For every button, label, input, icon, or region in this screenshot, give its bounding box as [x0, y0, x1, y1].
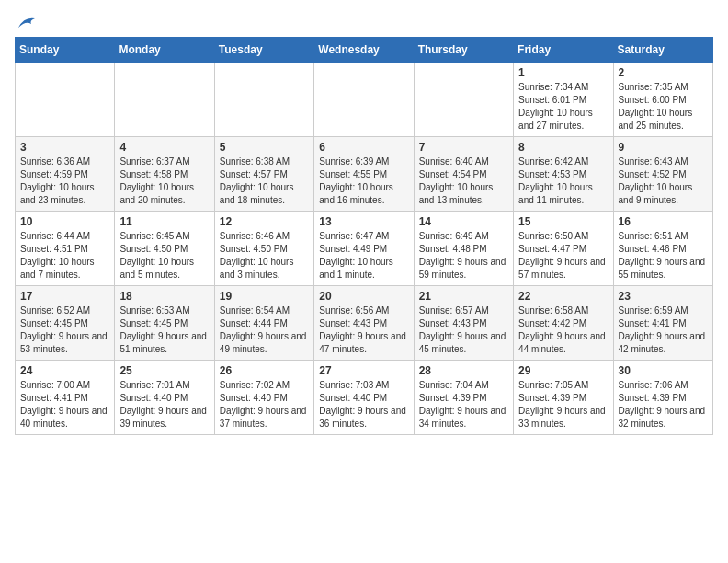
day-number: 10 [20, 215, 109, 228]
day-info: Sunrise: 6:59 AM Sunset: 4:41 PM Dayligh… [619, 304, 708, 356]
day-cell: 20Sunrise: 6:56 AM Sunset: 4:43 PM Dayli… [314, 286, 414, 361]
day-cell: 30Sunrise: 7:06 AM Sunset: 4:39 PM Dayli… [613, 361, 712, 435]
day-info: Sunrise: 6:54 AM Sunset: 4:44 PM Dayligh… [220, 304, 309, 356]
day-cell: 25Sunrise: 7:01 AM Sunset: 4:40 PM Dayli… [115, 361, 214, 435]
day-number: 2 [619, 66, 708, 79]
day-number: 3 [20, 141, 109, 154]
day-number: 15 [518, 215, 608, 228]
day-number: 30 [619, 364, 708, 377]
day-number: 25 [119, 364, 209, 377]
day-cell [414, 63, 513, 137]
day-cell: 24Sunrise: 7:00 AM Sunset: 4:41 PM Dayli… [16, 361, 115, 435]
day-info: Sunrise: 7:05 AM Sunset: 4:39 PM Dayligh… [518, 379, 608, 431]
day-cell [314, 63, 414, 137]
page-header [15, 15, 713, 28]
day-info: Sunrise: 6:36 AM Sunset: 4:59 PM Dayligh… [20, 155, 109, 207]
day-cell: 22Sunrise: 6:58 AM Sunset: 4:42 PM Dayli… [514, 286, 613, 361]
day-cell: 9Sunrise: 6:43 AM Sunset: 4:52 PM Daylig… [613, 137, 712, 212]
day-info: Sunrise: 7:01 AM Sunset: 4:40 PM Dayligh… [119, 379, 209, 431]
day-info: Sunrise: 6:46 AM Sunset: 4:50 PM Dayligh… [220, 230, 309, 282]
day-cell: 14Sunrise: 6:49 AM Sunset: 4:48 PM Dayli… [414, 212, 513, 286]
day-number: 19 [220, 290, 309, 303]
day-number: 5 [220, 141, 309, 154]
day-cell: 19Sunrise: 6:54 AM Sunset: 4:44 PM Dayli… [214, 286, 313, 361]
day-cell: 17Sunrise: 6:52 AM Sunset: 4:45 PM Dayli… [16, 286, 115, 361]
column-header-monday: Monday [115, 38, 214, 63]
day-cell: 5Sunrise: 6:38 AM Sunset: 4:57 PM Daylig… [214, 137, 313, 212]
column-header-friday: Friday [514, 38, 613, 63]
calendar-table: SundayMondayTuesdayWednesdayThursdayFrid… [15, 37, 713, 435]
day-info: Sunrise: 7:35 AM Sunset: 6:00 PM Dayligh… [619, 81, 708, 132]
column-header-wednesday: Wednesday [314, 38, 414, 63]
day-cell: 15Sunrise: 6:50 AM Sunset: 4:47 PM Dayli… [514, 212, 613, 286]
column-header-thursday: Thursday [414, 38, 513, 63]
column-header-saturday: Saturday [613, 38, 712, 63]
week-row-2: 3Sunrise: 6:36 AM Sunset: 4:59 PM Daylig… [16, 137, 713, 212]
day-info: Sunrise: 6:51 AM Sunset: 4:46 PM Dayligh… [619, 230, 708, 282]
day-cell: 10Sunrise: 6:44 AM Sunset: 4:51 PM Dayli… [16, 212, 115, 286]
week-row-3: 10Sunrise: 6:44 AM Sunset: 4:51 PM Dayli… [16, 212, 713, 286]
day-info: Sunrise: 6:53 AM Sunset: 4:45 PM Dayligh… [119, 304, 209, 356]
day-number: 28 [419, 364, 508, 377]
day-cell: 6Sunrise: 6:39 AM Sunset: 4:55 PM Daylig… [314, 137, 414, 212]
day-info: Sunrise: 6:42 AM Sunset: 4:53 PM Dayligh… [518, 155, 608, 207]
day-number: 22 [518, 290, 608, 303]
day-cell: 1Sunrise: 7:34 AM Sunset: 6:01 PM Daylig… [514, 63, 613, 137]
day-number: 12 [220, 215, 309, 228]
week-row-5: 24Sunrise: 7:00 AM Sunset: 4:41 PM Dayli… [16, 361, 713, 435]
day-info: Sunrise: 6:45 AM Sunset: 4:50 PM Dayligh… [119, 230, 209, 282]
day-info: Sunrise: 6:39 AM Sunset: 4:55 PM Dayligh… [319, 155, 408, 207]
day-number: 29 [518, 364, 608, 377]
day-info: Sunrise: 6:57 AM Sunset: 4:43 PM Dayligh… [419, 304, 508, 356]
logo-bird-icon [17, 15, 37, 29]
day-info: Sunrise: 6:47 AM Sunset: 4:49 PM Dayligh… [319, 230, 408, 282]
column-header-tuesday: Tuesday [214, 38, 313, 63]
day-number: 17 [20, 290, 109, 303]
day-number: 4 [119, 141, 209, 154]
day-cell: 11Sunrise: 6:45 AM Sunset: 4:50 PM Dayli… [115, 212, 214, 286]
day-number: 7 [419, 141, 508, 154]
day-number: 11 [119, 215, 209, 228]
day-info: Sunrise: 7:04 AM Sunset: 4:39 PM Dayligh… [419, 379, 508, 431]
day-cell: 18Sunrise: 6:53 AM Sunset: 4:45 PM Dayli… [115, 286, 214, 361]
day-number: 27 [319, 364, 408, 377]
day-cell: 29Sunrise: 7:05 AM Sunset: 4:39 PM Dayli… [514, 361, 613, 435]
column-header-sunday: Sunday [16, 38, 115, 63]
day-number: 16 [619, 215, 708, 228]
day-info: Sunrise: 7:03 AM Sunset: 4:40 PM Dayligh… [319, 379, 408, 431]
day-info: Sunrise: 6:44 AM Sunset: 4:51 PM Dayligh… [20, 230, 109, 282]
day-info: Sunrise: 6:52 AM Sunset: 4:45 PM Dayligh… [20, 304, 109, 356]
day-number: 26 [220, 364, 309, 377]
day-number: 18 [119, 290, 209, 303]
day-number: 23 [619, 290, 708, 303]
day-cell: 13Sunrise: 6:47 AM Sunset: 4:49 PM Dayli… [314, 212, 414, 286]
day-info: Sunrise: 6:58 AM Sunset: 4:42 PM Dayligh… [518, 304, 608, 356]
day-cell: 3Sunrise: 6:36 AM Sunset: 4:59 PM Daylig… [16, 137, 115, 212]
day-cell [214, 63, 313, 137]
day-info: Sunrise: 6:49 AM Sunset: 4:48 PM Dayligh… [419, 230, 508, 282]
day-number: 20 [319, 290, 408, 303]
day-cell: 12Sunrise: 6:46 AM Sunset: 4:50 PM Dayli… [214, 212, 313, 286]
day-cell: 27Sunrise: 7:03 AM Sunset: 4:40 PM Dayli… [314, 361, 414, 435]
week-row-1: 1Sunrise: 7:34 AM Sunset: 6:01 PM Daylig… [16, 63, 713, 137]
day-cell: 28Sunrise: 7:04 AM Sunset: 4:39 PM Dayli… [414, 361, 513, 435]
day-number: 6 [319, 141, 408, 154]
logo [15, 15, 37, 28]
day-info: Sunrise: 7:34 AM Sunset: 6:01 PM Dayligh… [518, 81, 608, 132]
day-info: Sunrise: 7:06 AM Sunset: 4:39 PM Dayligh… [619, 379, 708, 431]
day-info: Sunrise: 6:40 AM Sunset: 4:54 PM Dayligh… [419, 155, 508, 207]
day-cell: 16Sunrise: 6:51 AM Sunset: 4:46 PM Dayli… [613, 212, 712, 286]
day-info: Sunrise: 6:37 AM Sunset: 4:58 PM Dayligh… [119, 155, 209, 207]
day-cell: 8Sunrise: 6:42 AM Sunset: 4:53 PM Daylig… [514, 137, 613, 212]
day-info: Sunrise: 6:38 AM Sunset: 4:57 PM Dayligh… [220, 155, 309, 207]
day-number: 21 [419, 290, 508, 303]
day-info: Sunrise: 7:00 AM Sunset: 4:41 PM Dayligh… [20, 379, 109, 431]
day-cell: 2Sunrise: 7:35 AM Sunset: 6:00 PM Daylig… [613, 63, 712, 137]
day-cell: 23Sunrise: 6:59 AM Sunset: 4:41 PM Dayli… [613, 286, 712, 361]
day-info: Sunrise: 6:50 AM Sunset: 4:47 PM Dayligh… [518, 230, 608, 282]
day-info: Sunrise: 6:56 AM Sunset: 4:43 PM Dayligh… [319, 304, 408, 356]
calendar-header-row: SundayMondayTuesdayWednesdayThursdayFrid… [16, 38, 713, 63]
day-cell [115, 63, 214, 137]
day-cell: 7Sunrise: 6:40 AM Sunset: 4:54 PM Daylig… [414, 137, 513, 212]
day-number: 8 [518, 141, 608, 154]
